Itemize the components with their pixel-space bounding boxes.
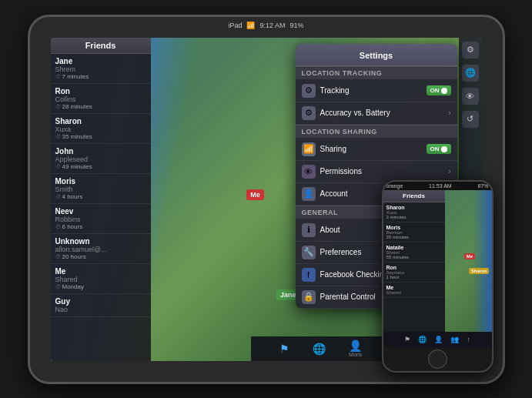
bottom-btn-flag[interactable]: ⚑ [279,343,289,355]
iphone-friend-name: Natalie [386,245,442,250]
friend-item[interactable]: John Appleseed 49 minutes [51,144,151,174]
bottom-btn-globe[interactable]: 🌐 [313,343,326,355]
settings-row-icon: 🔧 [302,246,316,259]
friends-list: Jane Shrem 7 minutes Ron Collins 28 minu… [51,54,151,317]
friend-time: Monday [55,283,146,290]
iphone-friend-time: 20 minutes [386,235,442,239]
iphone-screen: Friends Sharon Xuxa 3 minutes Moris Berm… [383,190,492,332]
toolbar-gear-btn[interactable]: ⚙ [462,42,479,59]
bottom-btn-moris[interactable]: 👤 Moris [349,339,362,357]
iphone-globe-icon[interactable]: 🌐 [418,336,427,343]
ipad-device: iPad 📶 9:12 AM 91% Friends Jane Shrem 7 … [28,15,505,384]
friend-time: 6 hours [55,223,146,230]
iphone-sidebar: Friends Sharon Xuxa 3 minutes Moris Berm… [383,190,445,332]
iphone-friend-name: Sharon [386,205,442,210]
iphone-share-icon[interactable]: 👤 [434,336,443,343]
iphone-upload-icon[interactable]: ↑ [467,336,470,343]
toggle-label: ON [430,145,440,152]
moris-label: Moris [349,352,362,357]
friend-time: 4 hours [55,193,146,200]
friend-item[interactable]: Ron Collins 28 minutes [51,84,151,114]
friend-item[interactable]: Me Shared Monday [51,264,151,294]
iphone-friend-item[interactable]: Moris Berman 20 minutes [383,222,445,242]
settings-row-label: Tracking [320,86,427,95]
iphone-friend-item[interactable]: Me Shared [383,283,445,298]
friend-name: Jane [55,57,146,65]
iphone-friend-item[interactable]: Natalie Shrem 55 minutes [383,242,445,263]
settings-section-header: Location Sharing [296,125,457,139]
iphone-friend-sub: Shared [386,290,442,295]
iphone-device: orange 11:53 AM 67% Friends Sharon Xuxa … [382,180,494,373]
toolbar-globe-btn[interactable]: 🌐 [462,65,479,82]
friend-name: Ron [55,87,146,95]
iphone-status-bar: orange 11:53 AM 67% [383,182,492,190]
iphone-friend-time: 3 minutes [386,215,442,219]
iphone-friends-icon[interactable]: 👥 [450,336,459,343]
settings-row-label: Sharing [320,145,427,153]
sidebar: Friends Jane Shrem 7 minutes Ron Collins… [51,38,151,361]
settings-row[interactable]: ⚙ Accuracy vs. Battery › [296,102,457,125]
iphone-friends-header: Friends [383,190,445,202]
chevron-icon: › [448,109,450,117]
settings-row[interactable]: ⚙ Tracking ON [296,80,457,102]
settings-row-icon: ℹ [302,223,316,237]
friend-name: Moris [55,177,146,186]
toggle-slider [441,146,447,152]
settings-row-icon: 🔒 [302,290,316,304]
iphone-map-pin: Sharon [469,268,490,274]
iphone-battery: 67% [477,183,488,189]
settings-row-label: Accuracy vs. Battery [320,109,449,117]
iphone-flag-icon[interactable]: ⚑ [404,336,410,343]
friend-sub: allon.samuel@... [55,246,146,253]
friend-item[interactable]: Moris Smith 4 hours [51,174,151,204]
friend-name: Guy [55,297,146,306]
friend-item[interactable]: Guy Nao [51,294,151,317]
iphone-friend-item[interactable]: Sharon Xuxa 3 minutes [383,202,445,222]
iphone-carrier: orange [386,183,403,189]
friend-name: John [55,147,146,156]
friend-name: Neev [55,207,146,216]
toggle-on[interactable]: ON [427,85,451,95]
chevron-icon: › [448,167,450,176]
friend-item[interactable]: Neev Robbins 6 hours [51,204,151,234]
iphone-friend-name: Ron [386,265,442,270]
settings-row-icon: 📶 [302,142,316,156]
friends-title: Friends [57,41,145,50]
toolbar-refresh-btn[interactable]: ↺ [462,111,479,128]
iphone-friend-name: Moris [386,225,442,230]
iphone-home-button[interactable] [428,350,447,369]
sidebar-header: Friends [51,38,151,54]
toggle-on[interactable]: ON [427,144,451,154]
iphone-friend-time: 1 hour [386,275,442,279]
settings-row-label: Permissions [320,167,449,176]
toggle-label: ON [430,87,440,94]
friend-time: 49 minutes [55,163,146,170]
map-pin: Me [246,189,264,200]
iphone-map-pin: Me [464,253,475,259]
friend-sub: Appleseed [55,156,146,163]
settings-title-bar: Settings [296,44,457,66]
friend-sub: Robbins [55,216,146,223]
iphone-time: 11:53 AM [429,183,452,189]
settings-title: Settings [360,51,393,60]
ipad-device-label: iPad [228,22,242,29]
moris-icon: 👤 [349,339,362,352]
friend-item[interactable]: Jane Shrem 7 minutes [51,54,151,84]
friend-time: 35 minutes [55,133,146,140]
friend-time: 28 minutes [55,103,146,110]
friend-name: Me [55,267,146,276]
friend-item[interactable]: Sharon Xuxa 35 minutes [51,114,151,144]
iphone-friend-name: Me [386,285,442,290]
toolbar-eye-btn[interactable]: 👁 [462,88,479,105]
iphone-friends-list: Sharon Xuxa 3 minutes Moris Berman 20 mi… [383,202,445,298]
iphone-friend-item[interactable]: Ron Seymour 1 hour [383,263,445,283]
ipad-status-bar: iPad 📶 9:12 AM 91% [228,22,303,29]
friend-name: Unknown [55,237,146,246]
ipad-battery: 91% [290,22,304,29]
friend-sub: Smith [55,186,146,193]
settings-row-icon: ⚙ [302,106,316,120]
settings-row-icon: f [302,268,316,282]
friend-item[interactable]: Unknown allon.samuel@... 20 hours [51,234,151,264]
settings-row[interactable]: 📶 Sharing ON [296,139,457,161]
iphone-friend-time: 55 minutes [386,255,442,259]
